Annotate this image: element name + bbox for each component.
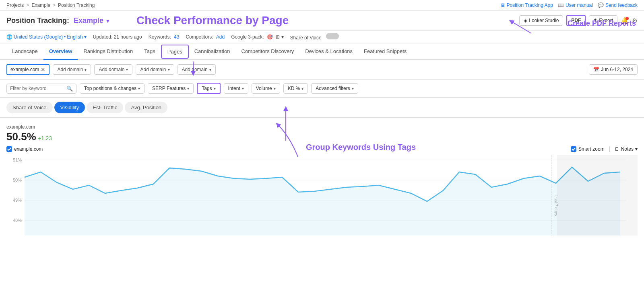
breadcrumb-example[interactable]: Example <box>31 2 50 8</box>
location-link[interactable]: 🌐 United States (Google) • English ▾ <box>6 34 87 40</box>
view-tab-share-of-voice[interactable]: Share of Voice <box>6 102 53 113</box>
page-title: Position Tracking: Example ▾ <box>6 16 109 25</box>
position-tracking-app-link[interactable]: 🖥 Position Tracking App <box>500 2 553 8</box>
chart-legend-left: example.com <box>6 146 43 152</box>
search-icon[interactable]: 🔍 <box>66 86 73 92</box>
notes-button[interactable]: 🗒 Notes ▾ <box>609 146 638 152</box>
tab-tags[interactable]: Tags <box>138 43 161 60</box>
chat-icon: 💬 <box>598 2 604 8</box>
chart-domain-label: example.com <box>6 124 638 130</box>
chart-svg: 51% 50% 49% 48% Last 7 days <box>6 155 634 235</box>
top-bar: Projects > Example > Position Tracking 🖥… <box>0 0 644 11</box>
domain-tag: example.com ✕ <box>6 64 50 75</box>
sub-header: 🌐 United States (Google) • English ▾ Upd… <box>0 31 644 43</box>
chevron-down-icon: ▾ <box>85 68 87 72</box>
tab-overview[interactable]: Overview <box>43 43 78 60</box>
tab-competitors-discovery[interactable]: Competitors Discovery <box>236 43 300 60</box>
smart-zoom-label: Smart zoom <box>578 146 605 152</box>
dropdown-chevron-icon[interactable]: ▾ <box>106 18 109 24</box>
view-tabs: Share of Voice Visibility Est. Traffic A… <box>0 98 644 118</box>
share-of-voice-toggle[interactable] <box>326 33 339 39</box>
breadcrumb-sep2: > <box>53 2 56 8</box>
smart-zoom-item: Smart zoom <box>571 146 605 152</box>
chevron-down-icon: ▾ <box>209 68 211 72</box>
tab-cannibalization[interactable]: Cannibalization <box>189 43 236 60</box>
updated-info: Updated: 21 hours ago <box>93 34 142 40</box>
chevron-down-icon: ▾ <box>242 86 244 91</box>
nav-tabs: Landscape Overview Rankings Distribution… <box>0 43 644 60</box>
svg-text:51%: 51% <box>13 158 22 162</box>
filter-row2: 🔍 Top positions & changes ▾ SERP Feature… <box>0 80 644 98</box>
tags-arrow <box>270 104 302 145</box>
target-icon: 🎯 <box>267 34 273 40</box>
tab-landscape[interactable]: Landscape <box>6 43 43 60</box>
tags-dropdown[interactable]: Tags ▾ <box>197 83 220 94</box>
chart-area: example.com 50.5% +1.23 example.com <box>0 118 644 235</box>
chevron-down-icon: ▾ <box>301 86 303 91</box>
user-manual-link[interactable]: 📖 User manual <box>558 2 593 8</box>
pdf-arrow <box>503 19 535 35</box>
calendar-icon: 📅 <box>593 67 599 72</box>
legend-domain-text: example.com <box>14 146 43 152</box>
book-icon: 📖 <box>558 2 564 8</box>
smart-zoom-checkbox[interactable] <box>571 146 576 152</box>
add-domain-btn-1[interactable]: Add domain ▾ <box>53 64 91 75</box>
notes-chevron: ▾ <box>635 146 638 152</box>
chevron-down-icon: ▾ <box>352 86 354 91</box>
topbar-right: 🖥 Position Tracking App 📖 User manual 💬 … <box>500 2 638 8</box>
add-domain-btn-3[interactable]: Add domain ▾ <box>136 64 174 75</box>
intent-dropdown[interactable]: Intent ▾ <box>224 83 248 94</box>
kd-dropdown[interactable]: KD % ▾ <box>283 83 308 94</box>
google3pack-chevron[interactable]: ▾ <box>281 34 284 40</box>
example-domain-link[interactable]: Example <box>74 16 103 25</box>
grid-icon: ⊞ <box>276 34 280 40</box>
add-domain-btn-2[interactable]: Add domain ▾ <box>94 64 132 75</box>
chart-main-value: 50.5% <box>6 131 36 143</box>
top-positions-dropdown[interactable]: Top positions & changes ▾ <box>80 83 144 94</box>
header: Position Tracking: Example ▾ Check Perfo… <box>0 11 644 31</box>
legend-checkbox[interactable] <box>6 146 12 152</box>
svg-text:49%: 49% <box>13 198 22 203</box>
chevron-down-icon: ▾ <box>138 86 140 91</box>
breadcrumb: Projects > Example > Position Tracking <box>6 2 95 8</box>
svg-text:50%: 50% <box>13 178 22 182</box>
remove-domain-button[interactable]: ✕ <box>41 66 45 73</box>
last7-days-band <box>557 155 638 235</box>
location-icon: 🌐 <box>6 34 12 40</box>
chevron-down-icon: ▾ <box>187 86 189 91</box>
competitors-add-link[interactable]: Add <box>216 34 225 40</box>
legend-item-domain: example.com <box>6 146 43 152</box>
header-left: Position Tracking: Example ▾ Check Perfo… <box>6 14 289 27</box>
view-tab-visibility[interactable]: Visibility <box>54 102 85 113</box>
chevron-down-icon: ▾ <box>274 86 276 91</box>
keywords-count[interactable]: 43 <box>174 34 179 40</box>
language-chevron: ▾ <box>84 34 87 40</box>
share-of-voice-info: Share of Voice <box>290 33 339 41</box>
date-range-button[interactable]: 📅 Jun 6-12, 2024 <box>589 64 638 75</box>
view-tab-avg-position[interactable]: Avg. Position <box>125 102 167 113</box>
notes-icon: 🗒 <box>615 146 619 152</box>
serp-features-dropdown[interactable]: SERP Features ▾ <box>148 83 194 94</box>
volume-dropdown[interactable]: Volume ▾ <box>252 83 280 94</box>
create-pdf-label: Create PDF Reports <box>568 19 636 28</box>
google3pack-info: Google 3-pack: 🎯 ⊞ ▾ <box>231 34 283 40</box>
chart-change-value: +1.23 <box>38 135 52 141</box>
chart-legend: example.com Smart zoom 🗒 Notes ▾ <box>6 146 638 152</box>
svg-text:48%: 48% <box>13 218 22 223</box>
send-feedback-link[interactable]: 💬 Send feedback <box>598 2 638 8</box>
feature-title-label: Check Performance by Page <box>136 14 289 27</box>
svg-marker-10 <box>25 167 620 235</box>
pages-arrow <box>185 59 209 80</box>
tab-rankings-distribution[interactable]: Rankings Distribution <box>78 43 138 60</box>
chart-legend-right: Smart zoom 🗒 Notes ▾ <box>571 146 638 152</box>
chevron-down-icon: ▾ <box>126 68 128 72</box>
advanced-filters-dropdown[interactable]: Advanced filters ▾ <box>311 83 358 94</box>
breadcrumb-projects[interactable]: Projects <box>6 2 24 8</box>
tab-devices-locations[interactable]: Devices & Locations <box>299 43 358 60</box>
view-tab-est-traffic[interactable]: Est. Traffic <box>87 102 123 113</box>
tab-pages[interactable]: Pages <box>161 45 189 59</box>
chevron-down-icon: ▾ <box>214 86 216 91</box>
breadcrumb-current: Position Tracking <box>58 2 95 8</box>
tab-featured-snippets[interactable]: Featured Snippets <box>358 43 412 60</box>
keyword-filter-input[interactable] <box>10 86 66 91</box>
